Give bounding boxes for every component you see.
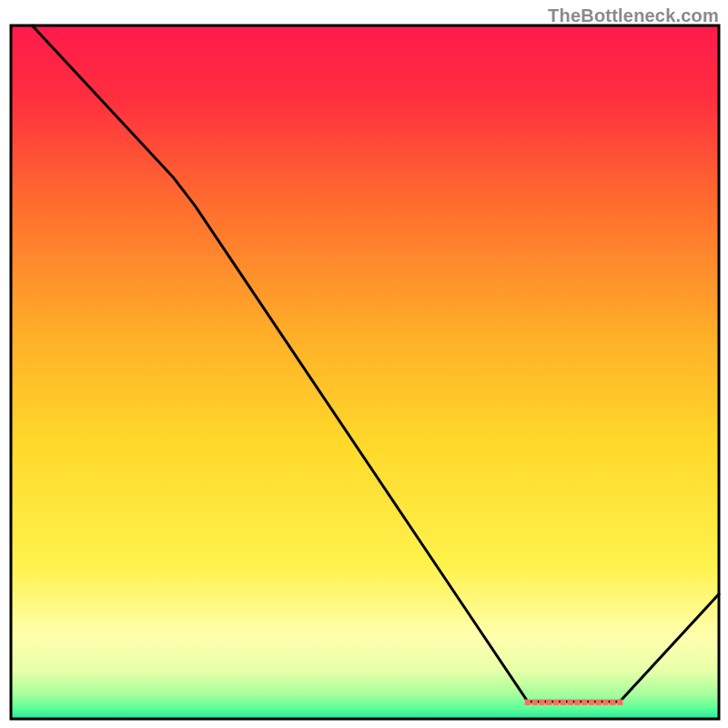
optimal-marker bbox=[574, 700, 580, 705]
optimal-marker bbox=[610, 700, 615, 705]
watermark-text: TheBottleneck.com bbox=[548, 5, 719, 26]
optimal-marker bbox=[561, 700, 566, 705]
optimal-marker bbox=[596, 700, 602, 705]
optimal-marker bbox=[602, 700, 608, 705]
optimal-marker bbox=[581, 700, 587, 705]
plot-area bbox=[11, 25, 719, 719]
optimal-marker bbox=[589, 700, 594, 705]
optimal-marker bbox=[532, 700, 538, 705]
chart-container: TheBottleneck.com bbox=[0, 0, 728, 728]
optimal-marker bbox=[617, 700, 622, 705]
chart-svg bbox=[0, 0, 728, 728]
optimal-marker bbox=[546, 700, 551, 705]
optimal-marker bbox=[539, 700, 544, 705]
chart-background bbox=[11, 25, 719, 719]
optimal-marker bbox=[553, 700, 559, 705]
optimal-marker bbox=[525, 700, 531, 705]
optimal-marker bbox=[567, 700, 572, 705]
